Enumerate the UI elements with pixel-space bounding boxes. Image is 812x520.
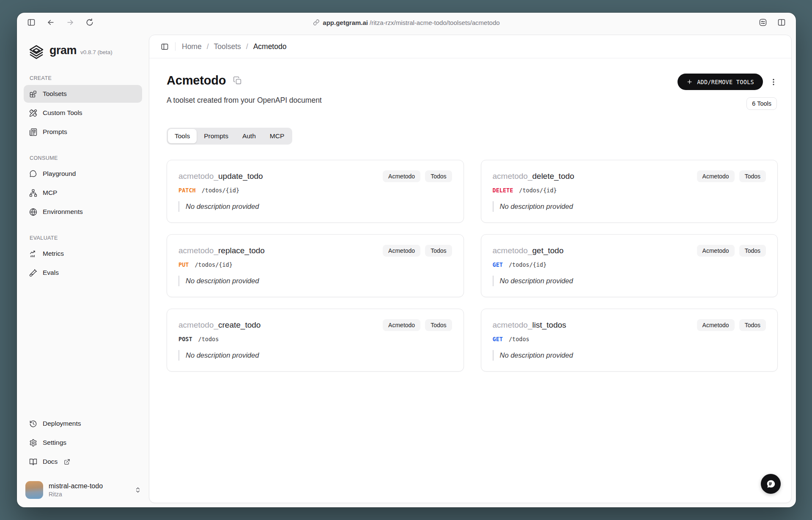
endpoint-path: /todos/{id} bbox=[195, 261, 232, 268]
back-icon[interactable] bbox=[47, 18, 55, 27]
blocks-icon bbox=[29, 90, 37, 98]
endpoint-path: /todos/{id} bbox=[509, 261, 546, 268]
chat-bubble-icon bbox=[765, 479, 776, 490]
workspace-name: mistral-acme-todo bbox=[49, 482, 129, 490]
tool-card[interactable]: acmetodo_create_todo AcmetodoTodos POST … bbox=[167, 309, 464, 372]
workspace-switcher[interactable]: mistral-acme-todo Ritza bbox=[25, 481, 141, 499]
main-panel: Home/Toolsets/Acmetodo Acmetodo A toolse… bbox=[149, 35, 792, 503]
endpoint-path: /todos bbox=[198, 336, 219, 342]
tab-bar: ToolsPromptsAuthMCP bbox=[167, 128, 292, 145]
url-path: /ritza-rzx/mistral-acme-todo/toolsets/ac… bbox=[370, 19, 500, 26]
sidebar-item-toolsets[interactable]: Toolsets bbox=[24, 85, 142, 103]
split-view-icon[interactable] bbox=[777, 18, 786, 27]
tool-description: No description provided bbox=[493, 350, 766, 361]
sidebar-item-label: Docs bbox=[43, 458, 58, 465]
http-method: GET bbox=[493, 336, 503, 342]
logo[interactable]: gram v0.8.7 (beta) bbox=[17, 32, 149, 61]
message-circle-icon bbox=[29, 170, 37, 178]
sidebar-item-settings[interactable]: Settings bbox=[24, 434, 142, 452]
http-method: DELETE bbox=[493, 187, 513, 194]
breadcrumb-item-home[interactable]: Home bbox=[182, 42, 202, 51]
sidebar-item-metrics[interactable]: Metrics bbox=[24, 245, 142, 263]
panel-toggle-icon[interactable] bbox=[161, 43, 169, 51]
sidebar-item-evals[interactable]: Evals bbox=[24, 264, 142, 282]
tool-card-grid: acmetodo_update_todo AcmetodoTodos PATCH… bbox=[167, 160, 778, 372]
tool-card[interactable]: acmetodo_list_todos AcmetodoTodos GET /t… bbox=[481, 309, 778, 372]
network-icon bbox=[29, 189, 37, 197]
tool-card[interactable]: acmetodo_update_todo AcmetodoTodos PATCH… bbox=[167, 160, 464, 223]
sidebar: gram v0.8.7 (beta) CREATEToolsetsCustom … bbox=[17, 32, 149, 507]
tag-badge-acmetodo: Acmetodo bbox=[383, 245, 420, 257]
tab-auth[interactable]: Auth bbox=[236, 129, 263, 143]
chart-icon bbox=[29, 250, 37, 258]
app-version: v0.8.7 (beta) bbox=[80, 49, 112, 55]
sidebar-item-label: Deployments bbox=[43, 420, 81, 427]
sidebar-item-playground[interactable]: Playground bbox=[24, 165, 142, 183]
tag-badge-todos: Todos bbox=[739, 245, 766, 257]
tab-mcp[interactable]: MCP bbox=[263, 129, 291, 143]
tool-name: acmetodo_create_todo bbox=[178, 319, 261, 330]
sidebar-item-docs[interactable]: Docs bbox=[24, 453, 142, 471]
tag-badge-todos: Todos bbox=[739, 170, 766, 182]
breadcrumb-item-acmetodo: Acmetodo bbox=[253, 42, 287, 51]
address-bar[interactable]: app.getgram.ai/ritza-rzx/mistral-acme-to… bbox=[313, 19, 499, 26]
breadcrumb-bar: Home/Toolsets/Acmetodo bbox=[149, 35, 791, 58]
history-icon bbox=[29, 420, 37, 428]
desktop-backdrop: { "colors": { "backdrop": "#4a636b", "ac… bbox=[0, 0, 812, 520]
tool-tags: AcmetodoTodos bbox=[383, 319, 452, 331]
sidebar-item-label: Settings bbox=[43, 439, 66, 446]
tag-badge-todos: Todos bbox=[425, 245, 452, 257]
tool-name: acmetodo_list_todos bbox=[493, 319, 566, 330]
more-options-icon[interactable] bbox=[769, 78, 778, 86]
tab-tools[interactable]: Tools bbox=[168, 129, 197, 143]
nav-section-label: EVALUATE bbox=[30, 235, 149, 241]
add-remove-tools-button[interactable]: ADD/REMOVE TOOLS bbox=[678, 74, 763, 90]
tool-card[interactable]: acmetodo_replace_todo AcmetodoTodos PUT … bbox=[167, 234, 464, 297]
copy-icon[interactable] bbox=[233, 76, 242, 85]
test-tube-icon bbox=[29, 269, 37, 277]
tool-tags: AcmetodoTodos bbox=[383, 245, 452, 257]
workspace-avatar bbox=[25, 481, 43, 499]
sidebar-item-environments[interactable]: Environments bbox=[24, 203, 142, 221]
newspaper-icon bbox=[29, 128, 37, 136]
sidebar-item-label: Playground bbox=[43, 170, 76, 178]
http-method: POST bbox=[178, 336, 192, 342]
tab-prompts[interactable]: Prompts bbox=[197, 129, 235, 143]
tag-badge-todos: Todos bbox=[425, 170, 452, 182]
reload-icon[interactable] bbox=[85, 18, 94, 27]
chat-button[interactable] bbox=[761, 474, 781, 494]
tag-badge-acmetodo: Acmetodo bbox=[383, 319, 420, 331]
chevrons-up-down-icon bbox=[134, 487, 141, 493]
sidebar-item-label: Metrics bbox=[43, 250, 64, 257]
sidebar-item-prompts[interactable]: Prompts bbox=[24, 123, 142, 141]
browser-toolbar: app.getgram.ai/ritza-rzx/mistral-acme-to… bbox=[17, 13, 796, 32]
sidebar-item-deployments[interactable]: Deployments bbox=[24, 415, 142, 432]
sidebar-item-custom-tools[interactable]: Custom Tools bbox=[24, 104, 142, 122]
sidebar-item-label: Prompts bbox=[43, 128, 67, 136]
nav-section-label: CREATE bbox=[30, 75, 149, 81]
page-settings-icon[interactable] bbox=[759, 18, 767, 27]
tool-tags: AcmetodoTodos bbox=[697, 319, 766, 331]
breadcrumb: Home/Toolsets/Acmetodo bbox=[182, 42, 286, 51]
tool-name: acmetodo_replace_todo bbox=[178, 245, 265, 255]
breadcrumb-item-toolsets[interactable]: Toolsets bbox=[214, 42, 241, 51]
forward-icon[interactable] bbox=[66, 18, 74, 27]
tag-badge-todos: Todos bbox=[739, 319, 766, 331]
tool-description: No description provided bbox=[178, 201, 452, 212]
gear-icon bbox=[29, 439, 37, 447]
tool-tags: AcmetodoTodos bbox=[697, 170, 766, 182]
tag-badge-todos: Todos bbox=[425, 319, 452, 331]
plus-icon bbox=[686, 79, 693, 85]
tool-card[interactable]: acmetodo_get_todo AcmetodoTodos GET /tod… bbox=[481, 234, 778, 297]
browser-window: app.getgram.ai/ritza-rzx/mistral-acme-to… bbox=[17, 13, 796, 507]
browser-sidebar-toggle-icon[interactable] bbox=[27, 18, 36, 27]
page-title: Acmetodo bbox=[167, 74, 226, 88]
sidebar-item-mcp[interactable]: MCP bbox=[24, 184, 142, 202]
tool-card[interactable]: acmetodo_delete_todo AcmetodoTodos DELET… bbox=[481, 160, 778, 223]
url-host: app.getgram.ai bbox=[323, 19, 368, 26]
sidebar-item-label: Environments bbox=[43, 208, 83, 216]
endpoint-path: /todos/{id} bbox=[202, 187, 239, 194]
sidebar-nav: CREATEToolsetsCustom ToolsPromptsCONSUME… bbox=[17, 61, 149, 283]
tag-badge-acmetodo: Acmetodo bbox=[697, 170, 735, 182]
http-method: PATCH bbox=[178, 187, 196, 194]
